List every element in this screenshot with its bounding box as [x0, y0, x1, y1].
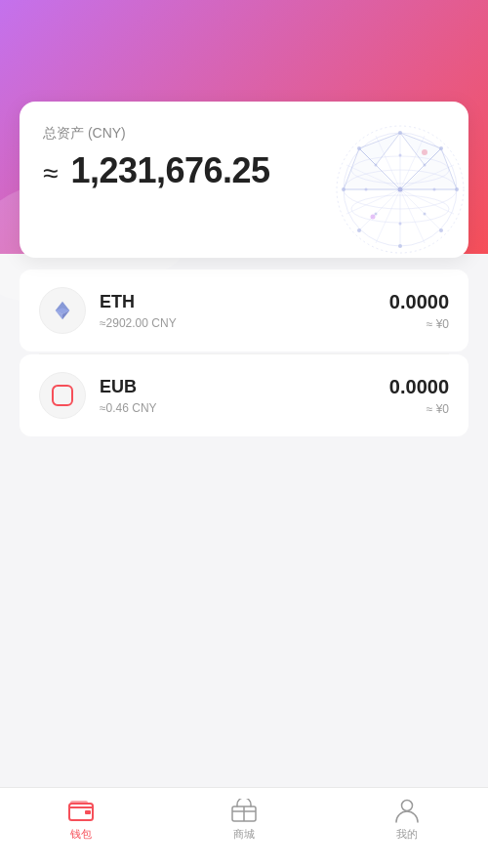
eub-symbol: EUB: [100, 377, 389, 397]
svg-point-27: [375, 213, 378, 216]
tab-profile[interactable]: 我的: [325, 798, 488, 842]
svg-point-30: [399, 223, 402, 226]
dome-decoration: [322, 111, 468, 258]
svg-point-22: [357, 228, 361, 232]
tab-shop-label: 商城: [233, 827, 255, 842]
eub-price: ≈0.46 CNY: [100, 401, 389, 415]
eth-cny: ≈ ¥0: [389, 317, 449, 331]
eth-amount: 0.0000: [389, 291, 449, 313]
tab-wallet-label: 钱包: [70, 827, 92, 842]
svg-point-38: [371, 215, 376, 220]
eth-balance: 0.0000 ≈ ¥0: [389, 291, 449, 331]
asset-amount-value: 1,231,676.25: [70, 150, 269, 190]
svg-point-17: [398, 244, 402, 248]
eth-info: ETH ≈2902.00 CNY: [100, 292, 389, 330]
main-content: 总资产 (CNY) ≈ 1,231,676.25: [0, 102, 488, 436]
shop-icon: [231, 798, 257, 823]
tab-shop[interactable]: 商城: [163, 798, 326, 842]
tab-profile-label: 我的: [396, 827, 418, 842]
svg-point-49: [401, 801, 412, 811]
eub-cny: ≈ ¥0: [389, 402, 449, 416]
svg-point-29: [399, 154, 402, 157]
tab-wallet[interactable]: 钱包: [0, 798, 163, 842]
coin-item-eub[interactable]: EUB ≈0.46 CNY 0.0000 ≈ ¥0: [20, 354, 468, 436]
svg-rect-45: [85, 810, 91, 814]
eth-symbol: ETH: [100, 292, 389, 312]
eub-balance: 0.0000 ≈ ¥0: [389, 376, 449, 416]
asset-card: 总资产 (CNY) ≈ 1,231,676.25: [20, 102, 468, 258]
coin-item-eth[interactable]: ETH ≈2902.00 CNY 0.0000 ≈ ¥0: [20, 269, 468, 351]
eub-info: EUB ≈0.46 CNY: [100, 377, 389, 415]
wallet-icon: [68, 798, 94, 823]
svg-point-37: [422, 149, 427, 155]
eth-coin-icon: [39, 287, 86, 334]
eub-coin-icon: [39, 372, 86, 419]
eub-amount: 0.0000: [389, 376, 449, 398]
eth-price: ≈2902.00 CNY: [100, 316, 389, 330]
approx-symbol: ≈: [43, 158, 58, 188]
svg-point-28: [424, 213, 427, 216]
tab-bar: 钱包 商城 我的: [0, 787, 488, 868]
profile-icon: [394, 798, 420, 823]
coin-list: ETH ≈2902.00 CNY 0.0000 ≈ ¥0: [20, 269, 468, 436]
svg-point-23: [439, 228, 443, 232]
